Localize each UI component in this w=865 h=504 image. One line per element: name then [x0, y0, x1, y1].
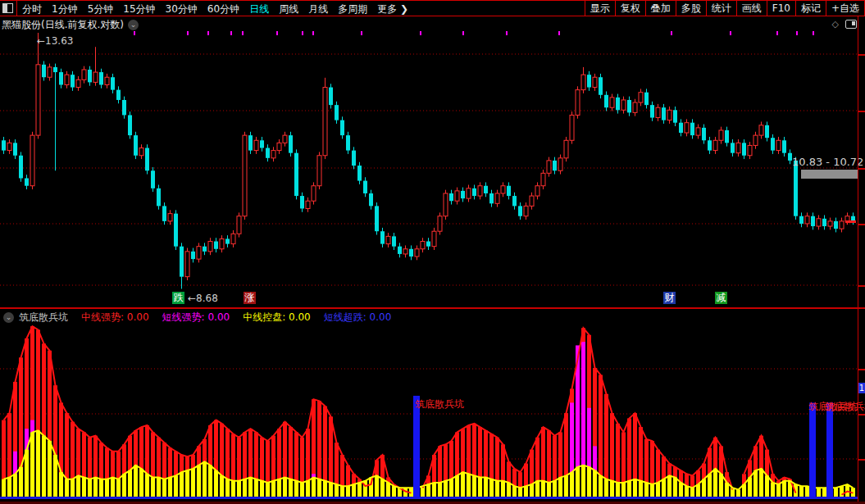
title-row-icons: ◇: [832, 18, 857, 30]
chevron-down-icon[interactable]: ⌄: [128, 20, 139, 30]
menu-item-1分钟[interactable]: 1分钟: [47, 3, 83, 15]
indicator-signal-label: 筑底散兵坑: [825, 400, 865, 414]
menu-item-30分钟[interactable]: 30分钟: [161, 3, 203, 15]
indicator-signal-label: 筑底散兵坑: [415, 397, 464, 411]
high-price-label: ←13.63: [37, 35, 73, 47]
menu-item-多股[interactable]: 多股: [676, 1, 706, 16]
period-menu: 分时1分钟5分钟15分钟30分钟60分钟日线周线月线多周期更多 ❯: [17, 0, 413, 16]
fall-badge: 跌: [172, 292, 184, 304]
indicator-name[interactable]: 筑底散兵坑: [19, 311, 68, 325]
menu-item-5分钟[interactable]: 5分钟: [83, 3, 119, 15]
menu-item-周线[interactable]: 周线: [274, 3, 303, 15]
current-price-dash: [845, 220, 856, 223]
menu-item-标记[interactable]: 标记: [795, 1, 826, 16]
menu-item-更多 ❯[interactable]: 更多 ❯: [372, 3, 413, 15]
menu-item-分时[interactable]: 分时: [17, 3, 47, 15]
menu-item-日线[interactable]: 日线: [244, 3, 274, 15]
trading-app-window: 分时1分钟5分钟15分钟30分钟60分钟日线周线月线多周期更多 ❯ 显示复权叠加…: [0, 0, 865, 504]
menu-item-叠加[interactable]: 叠加: [645, 1, 676, 16]
menu-item-显示[interactable]: 显示: [585, 1, 615, 16]
pane-divider[interactable]: [0, 307, 865, 309]
menu-item-+自选[interactable]: +自选: [826, 1, 865, 16]
axis-tick: [858, 459, 865, 461]
diamond-icon[interactable]: ◇: [832, 20, 839, 29]
menu-item-统计[interactable]: 统计: [706, 1, 736, 16]
collapse-icon[interactable]: ⌄: [3, 312, 14, 323]
top-menu-bar: 分时1分钟5分钟15分钟30分钟60分钟日线周线月线多周期更多 ❯ 显示复权叠加…: [0, 0, 865, 16]
axis-tick: [858, 414, 865, 415]
menu-item-多周期[interactable]: 多周期: [333, 3, 372, 15]
indicator-field-中线强势: 中线强势: 0.00: [81, 311, 149, 323]
jian-badge: 减: [715, 292, 727, 304]
axis-tick: [858, 111, 865, 112]
indicator-field-短线强势: 短线强势: 0.00: [162, 311, 230, 323]
indicator-header: ⌄ 筑底散兵坑 中线强势: 0.00短线强势: 0.00中线控盘: 0.00短线…: [3, 311, 391, 324]
layout-panel-icon[interactable]: [845, 20, 857, 29]
menu-item-画线[interactable]: 画线: [736, 1, 767, 16]
tools-menu: 显示复权叠加多股统计画线F10标记+自选: [585, 1, 865, 16]
rise-badge: 涨: [244, 292, 256, 304]
indicator-field-短线超跌: 短线超跌: 0.00: [324, 311, 392, 323]
candlestick-chart[interactable]: [0, 30, 865, 308]
axis-tick: [858, 54, 865, 56]
menu-item-复权[interactable]: 复权: [615, 1, 645, 16]
price-highlight-box: [801, 170, 858, 179]
menu-item-月线[interactable]: 月线: [303, 3, 333, 15]
window-split-icon[interactable]: [2, 3, 13, 13]
last-price-range-label: 10.83 - 10.72: [792, 157, 863, 168]
indicator-field-中线控盘: 中线控盘: 0.00: [243, 311, 311, 323]
low-price-label: ←8.68: [188, 293, 218, 304]
indicator-fields: 中线强势: 0.00短线强势: 0.00中线控盘: 0.00短线超跌: 0.00: [68, 311, 391, 325]
axis-tick: [858, 285, 865, 287]
window-number-badge: 1: [858, 383, 865, 393]
menu-item-60分钟[interactable]: 60分钟: [203, 3, 244, 15]
axis-tick: [858, 369, 865, 370]
cai-badge: 财: [663, 292, 676, 304]
indicator-chart[interactable]: [0, 324, 865, 504]
menu-item-15分钟[interactable]: 15分钟: [118, 3, 160, 15]
axis-tick: [858, 224, 865, 225]
chart-right-border: [858, 16, 858, 502]
menu-item-F10[interactable]: F10: [767, 1, 795, 16]
axis-tick: [858, 168, 865, 170]
